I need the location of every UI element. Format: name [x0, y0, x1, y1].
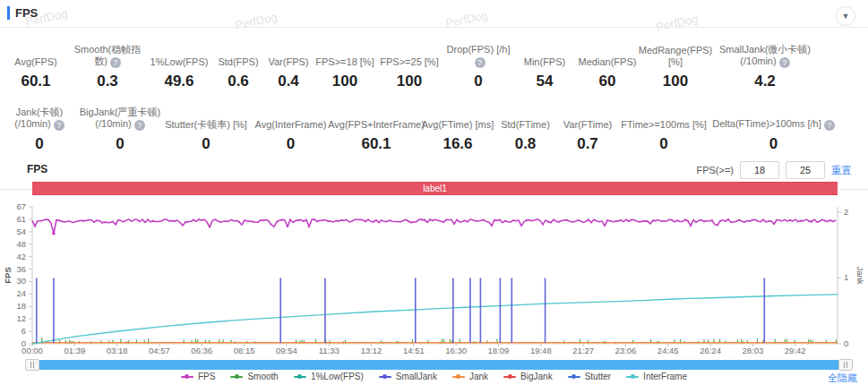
legend-item-smalljank[interactable]: SmallJank [379, 372, 437, 381]
svg-text:0: 0 [844, 338, 848, 348]
hide-all-link[interactable]: 全隐藏 [828, 372, 857, 385]
stat-label: Delta(FTime)>100ms [/h]? [712, 118, 835, 131]
stat-cell: Stutter(卡顿率) [%]0 [163, 97, 249, 152]
svg-text:24: 24 [16, 288, 26, 298]
svg-text:03:18: 03:18 [107, 346, 128, 355]
chart-scrollbar [0, 359, 868, 371]
svg-text:FPS: FPS [3, 267, 13, 283]
stat-cell: Std(FPS)0.6 [213, 38, 263, 90]
stat-label: Avg(FTime) [ms] [422, 119, 494, 131]
legend-label: 1%Low(FPS) [311, 372, 364, 381]
svg-text:01:39: 01:39 [64, 346, 85, 355]
svg-text:29:42: 29:42 [785, 346, 806, 355]
fps-panel: PerfDogPerfDogPerfDogPerfDog FPS ▼ Avg(F… [0, 0, 868, 385]
legend-item-jank[interactable]: Jank [452, 372, 488, 381]
scrollbar-thumb[interactable] [39, 360, 838, 370]
stat-value: 0 [769, 135, 778, 152]
legend-item-bigjank[interactable]: BigJank [503, 372, 553, 381]
legend-row: FPSSmooth1%Low(FPS)SmallJankJankBigJankS… [0, 372, 868, 385]
stat-cell: Var(FPS)0.4 [263, 38, 314, 90]
svg-text:23:06: 23:06 [615, 346, 637, 355]
svg-text:30: 30 [16, 276, 26, 286]
stat-label: Var(FTime) [563, 119, 612, 131]
stat-cell: Avg(FTime) [ms]16.6 [420, 97, 495, 152]
help-icon[interactable]: ? [824, 120, 835, 131]
help-icon[interactable]: ? [779, 57, 790, 68]
svg-text:08:15: 08:15 [234, 346, 255, 355]
legend-item-stutter[interactable]: Stutter [568, 372, 611, 381]
legend-marker-icon [379, 376, 391, 378]
stat-value: 100 [397, 73, 422, 90]
svg-text:48: 48 [16, 239, 26, 249]
help-icon[interactable]: ? [475, 57, 486, 68]
svg-text:09:54: 09:54 [276, 346, 297, 355]
stat-label: Var(FPS) [268, 56, 308, 68]
legend-marker-icon [568, 376, 580, 378]
panel-title: FPS [15, 6, 38, 20]
stat-value: 0 [474, 73, 482, 90]
svg-text:Jank: Jank [855, 266, 865, 284]
stat-value: 0.6 [228, 73, 249, 90]
stat-value: 0.3 [97, 73, 118, 90]
stat-label: FTime>=100ms [%] [621, 119, 707, 131]
svg-text:24:45: 24:45 [657, 346, 679, 355]
legend-item-smooth[interactable]: Smooth [230, 372, 278, 381]
stat-cell: Avg(FPS+InterFrame)60.1 [332, 97, 420, 152]
stat-cell: Median(FPS)60 [575, 38, 640, 90]
stat-label: Smooth(稳帧指数)? [70, 44, 145, 68]
stat-value: 0 [659, 135, 667, 152]
stat-cell: FPS>=25 [%]100 [376, 38, 443, 90]
svg-text:21:27: 21:27 [572, 346, 594, 355]
collapse-button[interactable]: ▼ [836, 6, 855, 26]
legend-label: Stutter [585, 372, 611, 381]
svg-text:00:00: 00:00 [21, 346, 43, 355]
stat-label: Avg(InterFrame) [255, 119, 327, 131]
chart-section-title: FPS [27, 163, 47, 175]
stat-label: Avg(FPS) [14, 56, 56, 68]
chart-legend: FPSSmooth1%Low(FPS)SmallJankJankBigJankS… [0, 372, 868, 381]
svg-text:12: 12 [16, 313, 26, 323]
stat-label: BigJank(严重卡顿) (/10min)? [80, 107, 160, 131]
legend-label: InterFrame [643, 372, 687, 381]
svg-text:14:51: 14:51 [403, 346, 425, 355]
legend-item-interframe[interactable]: InterFrame [626, 372, 687, 381]
stat-value: 0 [116, 135, 124, 152]
svg-text:18: 18 [16, 301, 26, 311]
stat-cell: Jank(卡顿) (/10min)?0 [2, 97, 77, 152]
stat-cell: FPS>=18 [%]100 [314, 38, 376, 90]
stat-value: 60 [599, 73, 616, 90]
fps-threshold-input-low[interactable] [740, 161, 779, 179]
stat-cell: BigJank(严重卡顿) (/10min)?0 [77, 97, 163, 152]
stat-value: 0 [287, 135, 295, 152]
stat-label: Avg(FPS+InterFrame) [328, 119, 425, 131]
stat-cell: Delta(FTime)>100ms [/h]?0 [708, 97, 839, 152]
stat-value: 49.6 [164, 73, 193, 90]
svg-text:42: 42 [16, 252, 26, 261]
svg-text:26:24: 26:24 [700, 346, 721, 355]
fps-threshold-input-high[interactable] [786, 161, 825, 179]
legend-marker-icon [626, 376, 639, 378]
legend-item-fps[interactable]: FPS [181, 372, 215, 381]
stats-row-2: Jank(卡顿) (/10min)?0BigJank(严重卡顿) (/10min… [2, 97, 839, 152]
scrollbar-left-handle[interactable] [25, 359, 39, 371]
fps-chart-canvas: 0612182430364248546167FPS012Jank00:0001:… [0, 198, 868, 357]
svg-text:13:12: 13:12 [361, 346, 382, 355]
stat-cell: MedRange(FPS)[%]100 [640, 38, 711, 90]
scrollbar-right-handle[interactable] [838, 359, 853, 371]
svg-text:28:03: 28:03 [742, 346, 763, 355]
stat-value: 100 [663, 73, 688, 90]
svg-text:1: 1 [844, 272, 848, 282]
stat-label: MedRange(FPS)[%] [639, 45, 713, 68]
help-icon[interactable]: ? [54, 120, 64, 131]
stat-cell: Avg(FPS)60.1 [2, 38, 70, 90]
stat-value: 60.1 [21, 73, 50, 90]
legend-marker-icon [294, 376, 306, 378]
legend-marker-icon [181, 376, 193, 378]
svg-text:54: 54 [16, 227, 26, 236]
legend-item-1-low-fps-[interactable]: 1%Low(FPS) [294, 372, 364, 381]
stat-label: 1%Low(FPS) [150, 56, 209, 68]
help-icon[interactable]: ? [110, 57, 121, 68]
help-icon[interactable]: ? [134, 120, 145, 131]
stat-cell: Avg(InterFrame)0 [249, 97, 332, 152]
reset-link[interactable]: 重置 [831, 164, 852, 177]
